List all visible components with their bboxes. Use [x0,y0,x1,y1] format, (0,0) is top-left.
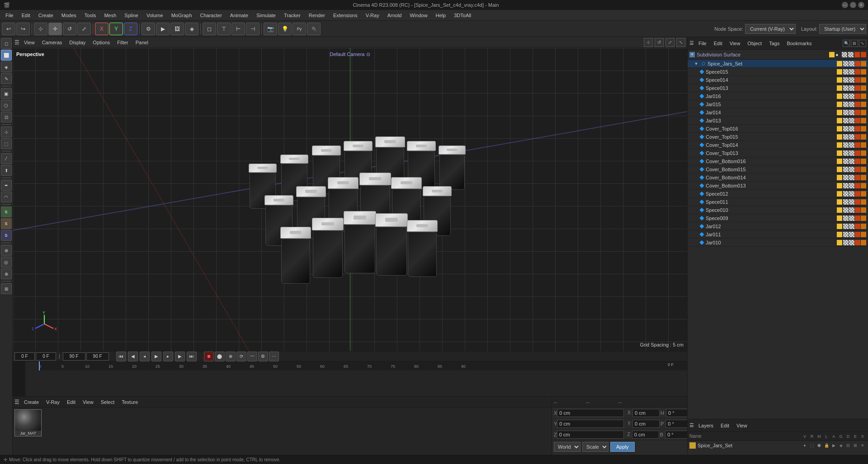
perspective-btn[interactable]: ◻ [203,23,216,35]
menu-mesh[interactable]: Mesh [100,12,120,19]
play-btn[interactable]: ▶ [151,352,161,361]
menu-window[interactable]: Window [406,12,431,19]
menu-character[interactable]: Character [197,12,226,19]
obj-CoverBottom016[interactable]: 🔷 Cover_Bottom016 [688,157,868,165]
plugin-btn[interactable]: 🔌 [307,23,321,35]
tl-end-frame-2[interactable] [86,352,109,361]
obj-CoverTop015[interactable]: 🔷 Cover_Top015 [688,133,868,141]
scale-tool[interactable]: ⤢ [77,23,91,35]
obj-Jar015[interactable]: 🔷 Jar015 [688,100,868,108]
layers-view-menu[interactable]: View [734,422,750,429]
layer-x[interactable]: ✕ [859,442,866,449]
front-btn[interactable]: ⊢ [231,23,245,35]
mat-texture-menu[interactable]: Texture [119,399,141,405]
vp-filter-menu[interactable]: Filter [114,39,131,46]
obj-Jar010[interactable]: 🔷 Jar010 [688,239,868,247]
obj-CoverBottom014[interactable]: 🔷 Cover_Bottom014 [688,173,868,182]
menu-extensions[interactable]: Extensions [330,12,361,19]
vp-zoom-icon[interactable]: ⤢ [665,38,675,47]
world-dropdown[interactable]: World [554,442,580,452]
keyframe-btn[interactable]: ⬤ [215,352,225,361]
menu-volume[interactable]: Volume [143,12,167,19]
vp-cameras-menu[interactable]: Cameras [39,39,65,46]
rp-bookmarks-menu[interactable]: Bookmarks [784,40,814,47]
obj-root[interactable]: ▼ ⬡ Spice_Jars_Set [688,60,868,68]
obj-CoverBottom013[interactable]: 🔷 Cover_Bottom013 [688,182,868,190]
tl-end-frame[interactable] [63,352,85,361]
layout-dropdown[interactable]: Startup (User) [819,24,866,34]
menu-render[interactable]: Render [305,12,329,19]
menu-modes[interactable]: Modes [58,12,80,19]
menu-animate[interactable]: Animate [226,12,252,19]
layers-edit-menu[interactable]: Edit [718,422,732,429]
render-active-obj[interactable]: ◈ [185,23,198,35]
axis-x-btn[interactable]: X [95,23,108,35]
obj-Spece015[interactable]: 🔷 Spece015 [688,68,868,76]
rigid-body[interactable]: ◎ [1,257,12,267]
vp-panel-menu[interactable]: Panel [133,39,151,46]
obj-Jar014[interactable]: 🔷 Jar014 [688,108,868,117]
character-comp[interactable]: ⊞ [1,283,12,294]
rp-expand-btn[interactable]: ⤡ [859,40,866,47]
vp-maximize-icon[interactable]: ⤡ [676,38,685,47]
obj-Jar016[interactable]: 🔷 Jar016 [688,92,868,100]
layer-e[interactable]: ⊞ [852,442,859,449]
go-to-start[interactable]: ⏮ [116,352,126,361]
x-rot-field[interactable] [632,409,660,417]
obj-CoverBottom015[interactable]: 🔷 Cover_Bottom015 [688,165,868,173]
z-pos-field[interactable] [557,431,624,439]
tl-more-btn[interactable]: ⋯ [269,352,279,361]
object-mode[interactable]: ⬜ [1,50,12,61]
rp-edit-menu[interactable]: Edit [711,40,725,47]
joint-tool[interactable]: ⊕ [1,268,12,279]
motion-path-btn[interactable]: 〰 [247,352,257,361]
maximize-button[interactable]: □ [850,2,856,8]
python-btn[interactable]: Py [292,23,306,35]
layer-d[interactable]: ⊟ [844,442,852,449]
move-tool[interactable]: ✛ [48,23,62,35]
auto-key-btn[interactable]: ⊕ [226,352,236,361]
mat-edit-menu[interactable]: Edit [64,399,78,405]
mat-vray-menu[interactable]: V-Ray [43,399,62,405]
mat-create-menu[interactable]: Create [21,399,42,405]
layer-g[interactable]: ◈ [837,442,844,449]
menu-create[interactable]: Create [35,12,57,19]
camera-btn[interactable]: 📷 [264,23,277,35]
obj-CoverTop014[interactable]: 🔷 Cover_Top014 [688,141,868,149]
axis-z-btn[interactable]: Z [124,23,137,35]
timeline-ruler[interactable]: 0 5 10 15 20 25 30 35 40 45 50 55 [38,361,687,370]
layers-menu[interactable]: Layers [696,422,716,429]
prev-frame-step[interactable]: ◂ [140,352,150,361]
obj-Spece011[interactable]: 🔷 Spece011 [688,198,868,206]
close-button[interactable]: ✕ [858,2,864,8]
obj-Jar011[interactable]: 🔷 Jar011 [688,230,868,239]
obj-Spece009[interactable]: 🔷 Spece009 [688,214,868,222]
rotate-tool[interactable]: ↺ [63,23,76,35]
obj-Spece012[interactable]: 🔷 Spece012 [688,190,868,198]
tl-current-frame-right[interactable] [36,352,56,361]
layer-spice-jars[interactable]: Spice_Jars_Set ● ⬚ ⬢ 🔒 ▶ ◈ ⊟ ⊞ ✕ [688,441,868,450]
render-settings[interactable]: ⚙ [142,23,155,35]
vp-menu-icon[interactable]: ☰ [14,39,19,46]
rp-file-menu[interactable]: File [696,40,709,47]
render-btn[interactable]: ▶ [156,23,170,35]
menu-help[interactable]: Help [432,12,450,19]
x-pos-field[interactable] [557,409,624,417]
node-space-dropdown[interactable]: Current (V-Ray) [745,24,796,34]
spline-pen[interactable]: ✒ [1,180,12,191]
material-btn-1[interactable]: S [1,206,12,217]
knife-tool[interactable]: ∕ [1,153,12,164]
material-jar-mat[interactable]: Jar_MAT [14,409,42,436]
extrude-tool[interactable]: ⬆ [1,165,12,176]
texture-mode[interactable]: ◈ [1,61,12,72]
layer-r[interactable]: ⬚ [808,442,816,449]
menu-mograph[interactable]: MoGraph [168,12,196,19]
scale-dropdown[interactable]: Scale [582,442,609,452]
material-btn-3[interactable]: S [1,230,12,241]
material-btn-2[interactable]: S [1,218,12,229]
rp-menu-icon[interactable]: ☰ [689,40,694,46]
menu-tracker[interactable]: Tracker [280,12,304,19]
model-mode[interactable]: ◻ [1,38,12,49]
menu-edit[interactable]: Edit [18,12,34,19]
object-list[interactable]: ▼ ⬡ Spice_Jars_Set 🔷 Spece015 [688,60,868,419]
